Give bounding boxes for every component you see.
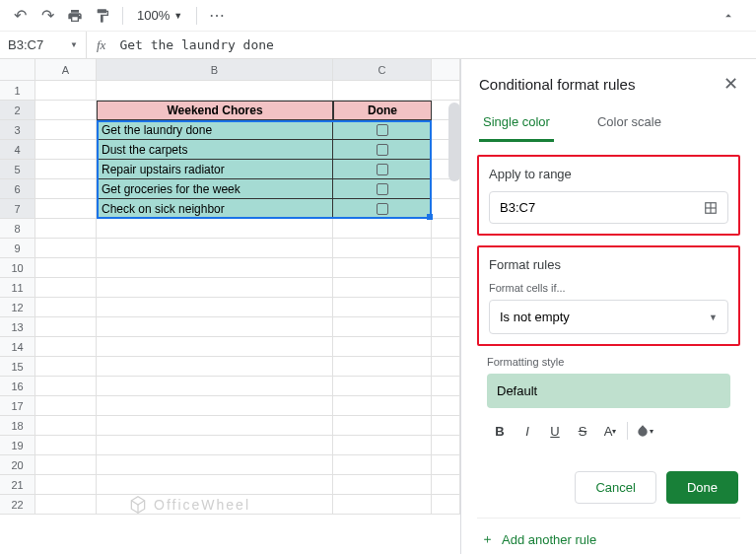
- strikethrough-button[interactable]: S: [570, 418, 595, 444]
- cell[interactable]: [35, 357, 97, 377]
- cell[interactable]: [333, 239, 432, 258]
- cell[interactable]: [333, 377, 432, 396]
- cell[interactable]: [97, 436, 333, 455]
- row-header[interactable]: 21: [0, 475, 35, 495]
- checkbox[interactable]: [377, 183, 388, 195]
- cell[interactable]: [333, 455, 432, 475]
- row-header[interactable]: 15: [0, 357, 35, 377]
- cell[interactable]: [35, 495, 97, 515]
- cell[interactable]: Repair upstairs radiator: [97, 160, 333, 179]
- style-preview[interactable]: Default: [487, 374, 730, 408]
- row-header[interactable]: 2: [0, 101, 35, 120]
- cell[interactable]: [333, 160, 432, 179]
- spreadsheet-grid[interactable]: A B C OfficeWheel 12Weekend ChoresDone3G…: [0, 59, 460, 554]
- cell[interactable]: Check on sick neighbor: [97, 199, 333, 219]
- checkbox[interactable]: [377, 203, 388, 215]
- row-header[interactable]: 11: [0, 278, 35, 298]
- cell[interactable]: [97, 219, 333, 239]
- cell[interactable]: [432, 219, 460, 239]
- row-header[interactable]: 4: [0, 140, 35, 160]
- more-icon[interactable]: ⋯: [205, 4, 229, 28]
- cell[interactable]: [35, 436, 97, 455]
- row-header[interactable]: 14: [0, 337, 35, 357]
- cell[interactable]: [97, 416, 333, 436]
- cell[interactable]: [35, 377, 97, 396]
- cell[interactable]: [432, 179, 460, 199]
- row-header[interactable]: 12: [0, 298, 35, 317]
- row-header[interactable]: 22: [0, 495, 35, 515]
- cell[interactable]: [35, 317, 97, 337]
- print-icon[interactable]: [63, 4, 87, 28]
- cell[interactable]: [97, 337, 333, 357]
- cell[interactable]: [97, 317, 333, 337]
- column-header-b[interactable]: B: [97, 59, 333, 80]
- tab-color-scale[interactable]: Color scale: [593, 104, 665, 142]
- cell[interactable]: [432, 357, 460, 377]
- cell[interactable]: Get the laundry done: [97, 120, 333, 140]
- cell[interactable]: [333, 140, 432, 160]
- cell[interactable]: [97, 396, 333, 416]
- row-header[interactable]: 3: [0, 120, 35, 140]
- row-header[interactable]: 17: [0, 396, 35, 416]
- cell[interactable]: [333, 436, 432, 455]
- row-header[interactable]: 16: [0, 377, 35, 396]
- cell[interactable]: [35, 101, 97, 120]
- cell[interactable]: [432, 495, 460, 515]
- cell[interactable]: [97, 81, 333, 101]
- cell[interactable]: [432, 455, 460, 475]
- cell[interactable]: [432, 416, 460, 436]
- row-header[interactable]: 20: [0, 455, 35, 475]
- paint-format-icon[interactable]: [91, 4, 114, 28]
- cell[interactable]: [333, 357, 432, 377]
- cell[interactable]: [35, 455, 97, 475]
- cell[interactable]: [333, 120, 432, 140]
- tab-single-color[interactable]: Single color: [479, 104, 554, 142]
- cell[interactable]: [432, 377, 460, 396]
- cell[interactable]: [333, 317, 432, 337]
- undo-icon[interactable]: ↶: [8, 4, 32, 28]
- cell[interactable]: [432, 239, 460, 258]
- row-header[interactable]: 6: [0, 179, 35, 199]
- row-header[interactable]: 8: [0, 219, 35, 239]
- close-icon[interactable]: ✕: [723, 73, 738, 95]
- cell[interactable]: Get groceries for the week: [97, 179, 333, 199]
- add-another-rule-button[interactable]: ＋ Add another rule: [477, 518, 740, 554]
- checkbox[interactable]: [377, 124, 388, 136]
- cell[interactable]: [97, 475, 333, 495]
- cell[interactable]: [432, 81, 460, 101]
- cell[interactable]: [432, 337, 460, 357]
- row-header[interactable]: 7: [0, 199, 35, 219]
- cell[interactable]: [35, 258, 97, 278]
- cell[interactable]: [432, 298, 460, 317]
- cell[interactable]: Dust the carpets: [97, 140, 333, 160]
- cell[interactable]: [35, 199, 97, 219]
- cell[interactable]: [35, 396, 97, 416]
- underline-button[interactable]: U: [542, 418, 568, 444]
- column-header-c[interactable]: C: [333, 59, 432, 80]
- cell[interactable]: [333, 278, 432, 298]
- cell[interactable]: Done: [333, 101, 432, 120]
- cell[interactable]: [35, 160, 97, 179]
- expand-up-icon[interactable]: [717, 4, 740, 28]
- range-input[interactable]: B3:C7: [489, 191, 728, 224]
- cell[interactable]: [432, 278, 460, 298]
- vertical-scrollbar[interactable]: [448, 103, 460, 181]
- formula-input[interactable]: Get the laundry done: [115, 37, 756, 52]
- cell[interactable]: [432, 199, 460, 219]
- cell[interactable]: [97, 298, 333, 317]
- name-box[interactable]: B3:C7 ▼: [0, 32, 87, 58]
- done-button[interactable]: Done: [666, 471, 738, 504]
- row-header[interactable]: 9: [0, 239, 35, 258]
- cell[interactable]: [432, 475, 460, 495]
- cell[interactable]: [333, 337, 432, 357]
- cell[interactable]: [333, 199, 432, 219]
- cell[interactable]: [432, 258, 460, 278]
- row-header[interactable]: 5: [0, 160, 35, 179]
- cell[interactable]: [333, 495, 432, 515]
- cell[interactable]: [35, 475, 97, 495]
- cell[interactable]: [35, 239, 97, 258]
- italic-button[interactable]: I: [515, 418, 540, 444]
- text-color-button[interactable]: A▾: [597, 418, 623, 444]
- zoom-selector[interactable]: 100% ▼: [131, 8, 188, 23]
- row-header[interactable]: 19: [0, 436, 35, 455]
